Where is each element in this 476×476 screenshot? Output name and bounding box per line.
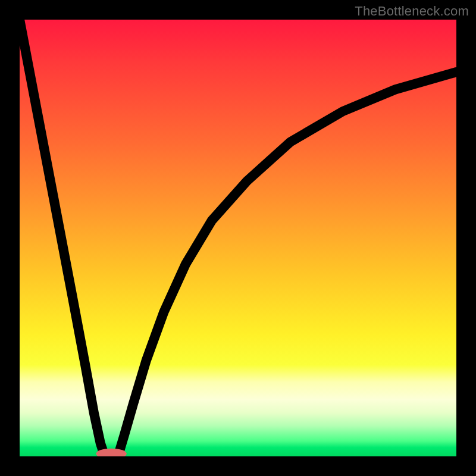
chart-frame: TheBottleneck.com: [0, 0, 476, 476]
curve-right-branch: [118, 72, 456, 456]
watermark-text: TheBottleneck.com: [355, 4, 469, 19]
curve-layer: [20, 20, 456, 456]
plot-area: [20, 20, 456, 456]
curve-left-branch: [20, 20, 105, 456]
